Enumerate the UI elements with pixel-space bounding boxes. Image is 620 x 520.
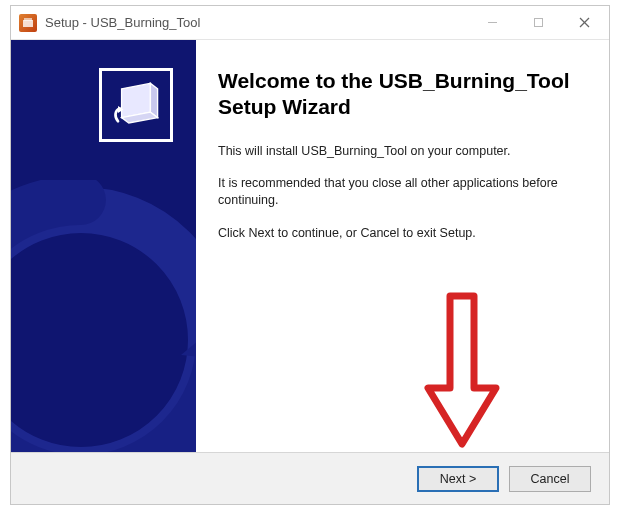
wizard-footer: Next > Cancel [11, 452, 609, 504]
intro-text-1: This will install USB_Burning_Tool on yo… [218, 143, 581, 160]
intro-text-2: It is recommended that you close all oth… [218, 175, 581, 209]
wizard-body: Welcome to the USB_Burning_Tool Setup Wi… [11, 40, 609, 452]
page-title: Welcome to the USB_Burning_Tool Setup Wi… [218, 68, 581, 121]
app-icon [19, 14, 37, 32]
maximize-button [515, 8, 561, 38]
banner-computer-icon [99, 68, 173, 142]
side-banner [11, 40, 196, 452]
titlebar: Setup - USB_Burning_Tool [11, 6, 609, 40]
window-controls [469, 8, 607, 38]
svg-rect-1 [24, 18, 32, 21]
next-button[interactable]: Next > [417, 466, 499, 492]
banner-swirl-icon [11, 180, 196, 452]
minimize-button[interactable] [469, 8, 515, 38]
wizard-content: Welcome to the USB_Burning_Tool Setup Wi… [196, 40, 609, 452]
window-title: Setup - USB_Burning_Tool [45, 15, 469, 30]
intro-text-3: Click Next to continue, or Cancel to exi… [218, 225, 581, 242]
svg-rect-3 [534, 19, 542, 27]
close-button[interactable] [561, 8, 607, 38]
svg-rect-0 [23, 20, 33, 27]
cancel-button[interactable]: Cancel [509, 466, 591, 492]
setup-wizard-window: Setup - USB_Burning_Tool [10, 5, 610, 505]
